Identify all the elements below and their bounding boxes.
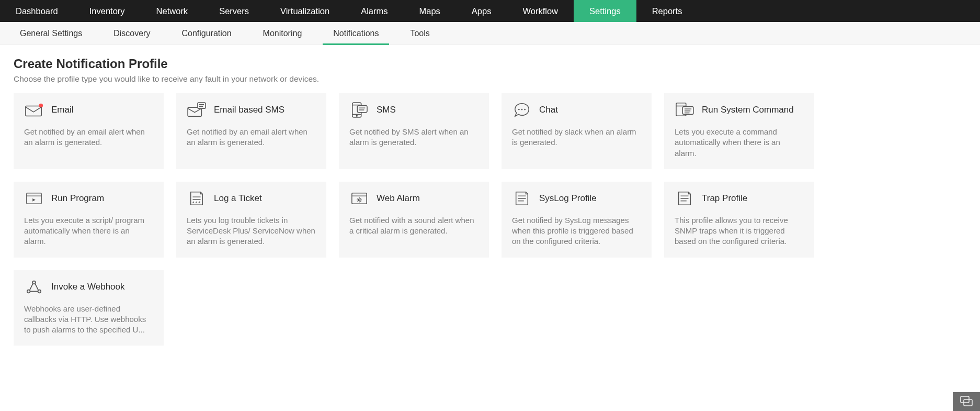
svg-line-34 xyxy=(358,198,358,198)
card-title: Log a Ticket xyxy=(214,193,262,204)
page-content: Create Notification Profile Choose the p… xyxy=(0,45,980,366)
sub-nav: General Settings Discovery Configuration… xyxy=(0,22,980,45)
nav-label: Workflow xyxy=(522,6,558,16)
card-title: SMS xyxy=(377,105,396,115)
nav-apps[interactable]: Apps xyxy=(456,0,507,22)
page-title: Create Notification Profile xyxy=(14,57,966,71)
card-head: Email based SMS xyxy=(187,102,316,118)
card-desc: Get notified by slack when an alarm is g… xyxy=(512,127,641,148)
card-title: Chat xyxy=(539,105,558,115)
svg-line-35 xyxy=(360,201,361,202)
svg-point-14 xyxy=(521,109,523,110)
card-desc: Get notified by an email alert when an a… xyxy=(24,127,153,148)
card-head: Run Program xyxy=(24,190,153,207)
chat-icon xyxy=(512,102,532,118)
svg-rect-22 xyxy=(27,193,41,204)
nav-label: Alarms xyxy=(361,6,388,16)
profile-card-sms[interactable]: SMS Get notified by SMS alert when an al… xyxy=(339,93,489,169)
run-program-icon xyxy=(24,190,44,207)
card-desc: Get notified by SMS alert when an alarm … xyxy=(349,127,478,148)
profile-card-chat[interactable]: Chat Get notified by slack when an alarm… xyxy=(502,93,652,169)
svg-rect-0 xyxy=(26,106,41,116)
card-head: Web Alarm xyxy=(349,190,478,207)
syslog-icon xyxy=(512,190,532,207)
log-ticket-icon xyxy=(187,190,207,207)
nav-label: Apps xyxy=(472,6,492,16)
profile-card-email[interactable]: Email Get notified by an email alert whe… xyxy=(14,93,164,169)
profile-card-email-sms[interactable]: Email based SMS Get notified by an email… xyxy=(176,93,326,169)
card-desc: Lets you execute a script/ program autom… xyxy=(24,215,153,247)
web-alarm-icon xyxy=(349,190,369,207)
subnav-label: Monitoring xyxy=(263,29,302,38)
nav-settings[interactable]: Settings xyxy=(574,0,636,22)
card-head: Email xyxy=(24,102,153,118)
card-desc: This profile allows you to receive SNMP … xyxy=(675,215,804,247)
subnav-configuration[interactable]: Configuration xyxy=(166,22,247,45)
system-command-icon xyxy=(675,102,694,118)
card-title: Invoke a Webhook xyxy=(51,282,125,292)
card-title: Run Program xyxy=(51,193,104,204)
subnav-label: General Settings xyxy=(20,29,82,38)
subnav-label: Notifications xyxy=(333,29,379,38)
card-head: SysLog Profile xyxy=(512,190,641,207)
card-desc: Get notified by SysLog messages when thi… xyxy=(512,215,641,247)
svg-rect-10 xyxy=(357,106,367,113)
profile-card-web-alarm[interactable]: Web Alarm Get notified with a sound aler… xyxy=(339,182,489,258)
card-head: Chat xyxy=(512,102,641,118)
card-head: SMS xyxy=(349,102,478,118)
card-head: Log a Ticket xyxy=(187,190,316,207)
svg-point-1 xyxy=(39,104,43,108)
card-title: Email xyxy=(51,105,74,115)
svg-point-29 xyxy=(358,199,360,201)
profile-card-log-ticket[interactable]: Log a Ticket Lets you log trouble ticket… xyxy=(176,182,326,258)
card-desc: Get notified with a sound alert when a c… xyxy=(349,215,478,237)
nav-network[interactable]: Network xyxy=(141,0,204,22)
profile-card-webhook[interactable]: Invoke a Webhook Webhooks are user-defin… xyxy=(14,270,164,346)
subnav-label: Tools xyxy=(410,29,429,38)
subnav-discovery[interactable]: Discovery xyxy=(98,22,166,45)
nav-label: Network xyxy=(156,6,188,16)
profile-grid: Email Get notified by an email alert whe… xyxy=(14,93,966,346)
profile-card-run-program[interactable]: Run Program Lets you execute a script/ p… xyxy=(14,182,164,258)
card-title: Run System Command xyxy=(702,105,794,115)
nav-label: Dashboard xyxy=(16,6,58,16)
top-nav: Dashboard Inventory Network Servers Virt… xyxy=(0,0,980,22)
nav-label: Servers xyxy=(219,6,249,16)
card-desc: Webhooks are user-defined callbacks via … xyxy=(24,304,153,336)
nav-inventory[interactable]: Inventory xyxy=(74,0,141,22)
nav-servers[interactable]: Servers xyxy=(203,0,265,22)
card-head: Trap Profile xyxy=(675,190,804,207)
subnav-label: Configuration xyxy=(181,29,231,38)
svg-rect-3 xyxy=(198,103,206,108)
subnav-notifications[interactable]: Notifications xyxy=(317,22,394,45)
card-title: SysLog Profile xyxy=(539,193,597,204)
profile-card-syslog[interactable]: SysLog Profile Get notified by SysLog me… xyxy=(502,182,652,258)
nav-maps[interactable]: Maps xyxy=(404,0,456,22)
svg-point-13 xyxy=(518,109,520,110)
card-desc: Get notified by an email alert when an a… xyxy=(187,127,316,148)
email-sms-icon xyxy=(187,102,207,118)
email-icon xyxy=(24,102,44,118)
svg-point-9 xyxy=(356,115,357,116)
card-head: Run System Command xyxy=(675,102,804,118)
nav-virtualization[interactable]: Virtualization xyxy=(265,0,345,22)
svg-line-37 xyxy=(358,201,358,202)
nav-workflow[interactable]: Workflow xyxy=(507,0,574,22)
card-desc: Lets you log trouble tickets in ServiceD… xyxy=(187,215,316,247)
card-desc: Lets you execute a command automatically… xyxy=(675,127,804,159)
profile-card-system-command[interactable]: Run System Command Lets you execute a co… xyxy=(664,93,814,169)
nav-alarms[interactable]: Alarms xyxy=(345,0,403,22)
nav-label: Maps xyxy=(419,6,440,16)
subnav-tools[interactable]: Tools xyxy=(394,22,445,45)
nav-label: Inventory xyxy=(89,6,125,16)
subnav-general-settings[interactable]: General Settings xyxy=(4,22,98,45)
subnav-monitoring[interactable]: Monitoring xyxy=(247,22,318,45)
profile-card-trap[interactable]: Trap Profile This profile allows you to … xyxy=(664,182,814,258)
nav-label: Settings xyxy=(589,6,621,16)
page-subtitle: Choose the profile type you would like t… xyxy=(14,74,966,84)
nav-dashboard[interactable]: Dashboard xyxy=(0,0,74,22)
subnav-label: Discovery xyxy=(113,29,150,38)
svg-marker-24 xyxy=(32,198,36,202)
nav-label: Reports xyxy=(652,6,682,16)
nav-reports[interactable]: Reports xyxy=(636,0,698,22)
